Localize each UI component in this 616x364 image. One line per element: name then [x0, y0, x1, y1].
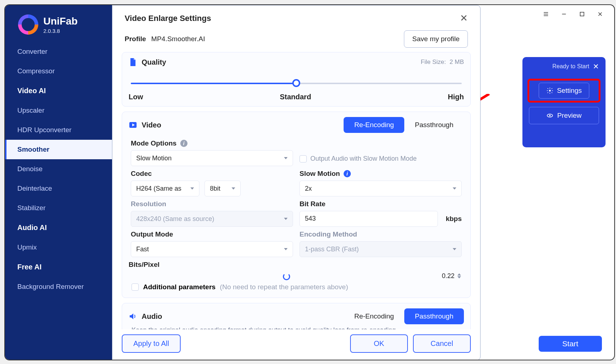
mode-options-dropdown[interactable]: Slow Motion [131, 150, 293, 166]
loading-spinner-icon [283, 273, 290, 280]
encoding-method-value: 1-pass CBR (Fast) [305, 246, 359, 253]
sidebar-item-compressor[interactable]: Compressor [5, 61, 112, 81]
encoding-method-dropdown: 1-pass CBR (Fast) [300, 241, 462, 257]
sidebar-section-free-ai: Free AI [5, 257, 112, 277]
settings-button[interactable]: Settings [539, 83, 590, 99]
start-button[interactable]: Start [539, 336, 602, 352]
bits-pixel-stepper[interactable] [457, 273, 461, 278]
chevron-down-icon [284, 218, 288, 220]
additional-params-hint: (No need to repeat the parameters above) [220, 283, 348, 291]
info-icon[interactable]: i [344, 170, 351, 177]
quality-high-label: High [448, 93, 464, 101]
resolution-dropdown: 428x240 (Same as source) [131, 211, 293, 227]
resolution-label: Resolution [131, 200, 166, 208]
preview-button[interactable]: Preview [529, 107, 599, 124]
main-window: UniFab 2.0.3.8 Converter Compressor Vide… [4, 4, 615, 360]
bits-pixel-label: Bits/Pixel [129, 261, 160, 269]
codec-label: Codec [131, 170, 152, 178]
sidebar-section-audio-ai: Audio AI [5, 218, 112, 238]
task-close-icon[interactable]: ✕ [593, 62, 599, 71]
codec-value: H264 (Same as [136, 185, 181, 192]
bit-rate-unit: kbps [446, 215, 462, 223]
sidebar-item-upmix[interactable]: Upmix [5, 238, 112, 257]
slow-motion-value: 2x [305, 185, 312, 192]
settings-button-highlight: Settings [527, 79, 600, 103]
file-size-label: File Size: [421, 58, 446, 66]
dialog-footer: Apply to All OK Cancel [112, 329, 480, 360]
dialog-title: Video Enlarge Settings [125, 14, 211, 23]
sidebar-item-smoother[interactable]: Smoother [5, 140, 112, 159]
chevron-down-icon [232, 187, 235, 190]
resolution-value: 428x240 (Same as source) [136, 215, 214, 223]
app-logo [18, 14, 38, 35]
save-profile-button[interactable]: Save my profile [404, 30, 468, 48]
video-card: Video Re-Encoding Passthrough Mode Optio… [122, 112, 471, 298]
file-size-value: 2 MB [449, 58, 464, 66]
sidebar-item-converter[interactable]: Converter [5, 42, 112, 61]
maximize-icon[interactable] [578, 10, 586, 18]
sidebar-item-stabilizer[interactable]: Stabilizer [5, 198, 112, 218]
audio-passthrough-note: Keep the original audio encoding format … [129, 324, 464, 329]
additional-params-checkbox[interactable] [132, 283, 139, 291]
sidebar-item-upscaler[interactable]: Upscaler [5, 101, 112, 120]
audio-tab-passthrough[interactable]: Passthrough [404, 308, 464, 324]
quality-heading: Quality [142, 58, 166, 66]
audio-tab-re-encoding[interactable]: Re-Encoding [344, 308, 404, 324]
chevron-down-icon [284, 248, 288, 250]
bit-depth-dropdown[interactable]: 8bit [204, 181, 241, 196]
output-mode-label: Output Mode [131, 230, 173, 238]
tab-passthrough[interactable]: Passthrough [404, 117, 464, 133]
codec-dropdown[interactable]: H264 (Same as [131, 181, 199, 196]
output-mode-value: Fast [136, 246, 149, 253]
start-button-label: Start [562, 339, 578, 348]
sidebar-item-denoise[interactable]: Denoise [5, 159, 112, 179]
bit-depth-value: 8bit [210, 185, 220, 192]
quality-card: Quality File Size: 2 MB Low Standard Hig… [122, 52, 471, 107]
close-icon[interactable] [596, 10, 604, 18]
ok-button[interactable]: OK [350, 334, 408, 353]
info-icon[interactable]: i [180, 140, 188, 147]
eye-icon [546, 112, 553, 119]
video-heading: Video [142, 121, 161, 129]
settings-button-label: Settings [557, 87, 582, 95]
chevron-down-icon [453, 187, 456, 190]
app-version: 2.0.3.8 [43, 28, 78, 34]
titlebar [542, 5, 614, 23]
task-panel: Ready to Start ✕ Settings Preview [522, 57, 606, 147]
dialog-body[interactable]: Quality File Size: 2 MB Low Standard Hig… [112, 52, 480, 329]
audio-card: Audio Re-Encoding Passthrough Keep the o… [122, 303, 471, 329]
output-mode-dropdown[interactable]: Fast [131, 241, 293, 257]
dialog-close-icon[interactable]: ✕ [460, 13, 468, 24]
profile-label: Profile [125, 35, 146, 43]
svg-point-3 [549, 115, 551, 116]
cancel-button[interactable]: Cancel [413, 334, 471, 353]
bit-rate-label: Bit Rate [300, 200, 326, 208]
play-icon [129, 120, 137, 130]
quality-slider-thumb[interactable] [292, 79, 300, 87]
bit-rate-input[interactable]: 543 [300, 211, 438, 227]
sidebar-item-hdr-upconverter[interactable]: HDR Upconverter [5, 120, 112, 140]
sidebar-item-deinterlace[interactable]: Deinterlace [5, 179, 112, 198]
sidebar-item-background-remover[interactable]: Background Remover [5, 277, 112, 296]
speaker-icon [129, 312, 137, 321]
tab-re-encoding[interactable]: Re-Encoding [344, 117, 404, 133]
chevron-down-icon [284, 157, 288, 159]
apply-to-all-button[interactable]: Apply to All [122, 334, 181, 353]
app-name: UniFab [43, 16, 78, 27]
sidebar: UniFab 2.0.3.8 Converter Compressor Vide… [5, 5, 112, 360]
chevron-down-icon [453, 248, 456, 250]
sidebar-section-video-ai: Video AI [5, 81, 112, 101]
sidebar-items: Converter Compressor Video AI Upscaler H… [5, 42, 112, 296]
minimize-icon[interactable] [560, 10, 568, 18]
chevron-down-icon [190, 187, 194, 190]
slow-motion-dropdown[interactable]: 2x [300, 181, 462, 196]
mode-options-value: Slow Motion [136, 155, 172, 162]
menu-icon[interactable] [542, 10, 550, 18]
preview-button-label: Preview [557, 112, 582, 120]
output-audio-checkbox[interactable] [300, 155, 307, 162]
additional-params-label: Additional parameters [143, 283, 216, 291]
bit-rate-value: 543 [305, 215, 316, 222]
svg-point-1 [549, 90, 551, 92]
quality-slider[interactable] [131, 76, 462, 91]
svg-rect-0 [580, 12, 584, 16]
